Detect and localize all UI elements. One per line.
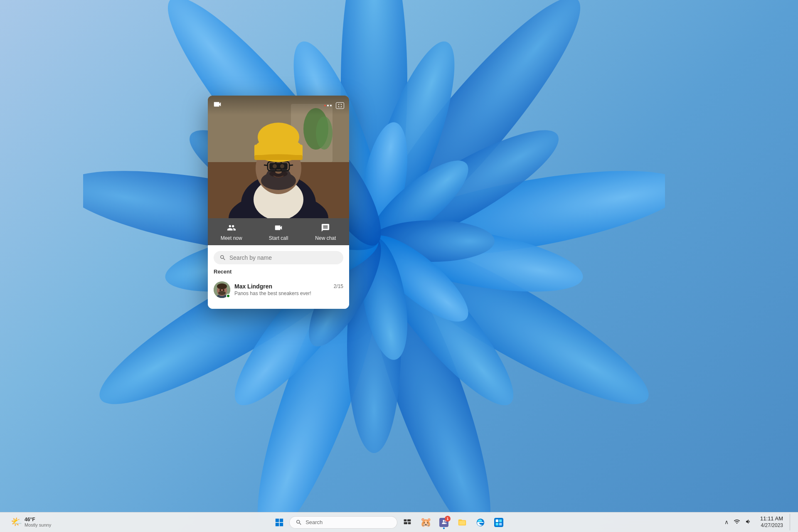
edge-icon (476, 518, 485, 527)
camera-icon (213, 100, 222, 111)
start-call-label: Start call (269, 235, 288, 241)
search-area (208, 245, 349, 268)
svg-point-60 (217, 283, 227, 289)
svg-rect-69 (407, 519, 411, 521)
weather-info: 46°F Mostly sunny (25, 517, 51, 528)
wifi-icon[interactable] (732, 517, 742, 528)
taskbar-search-icon (296, 519, 302, 526)
contact-date: 2/15 (334, 283, 343, 289)
clock-date: 4/27/2023 (760, 522, 783, 529)
svg-rect-64 (276, 518, 279, 522)
recent-label: Recent (214, 268, 343, 275)
contact-info: Max Lindgren 2/15 Panos has the best sne… (234, 283, 343, 296)
volume-icon[interactable] (744, 517, 754, 528)
taskbar-search[interactable]: Search (289, 516, 397, 529)
taskbar-center: Search 🐹 (55, 514, 723, 531)
weather-description: Mostly sunny (25, 522, 51, 528)
weather-temp: 46°F (25, 517, 51, 522)
svg-rect-78 (496, 522, 498, 525)
teams-active-dot (443, 527, 445, 529)
svg-point-61 (218, 291, 226, 295)
taskbar-app-explorer[interactable] (454, 514, 470, 531)
svg-rect-68 (404, 519, 407, 521)
start-call-button[interactable]: Start call (255, 218, 302, 245)
video-area (208, 96, 349, 218)
weather-icon: 🌤️ (11, 517, 22, 527)
clock-time: 11:11 AM (760, 515, 783, 522)
svg-rect-67 (280, 522, 283, 526)
new-chat-label: New chat (315, 235, 336, 241)
svg-rect-70 (404, 522, 407, 524)
taskbar-app-edge[interactable] (472, 514, 489, 531)
video-overlay (208, 96, 349, 115)
windows-logo-icon (275, 518, 283, 527)
taskbar-app-teams[interactable]: 1 (436, 514, 452, 531)
show-hidden-icons[interactable]: ∧ (723, 517, 730, 527)
taskbar-left: 🌤️ 46°F Mostly sunny (7, 515, 55, 530)
svg-rect-71 (408, 522, 411, 524)
svg-rect-79 (499, 522, 502, 525)
more-options-icon[interactable] (324, 105, 332, 106)
search-input[interactable] (229, 254, 337, 261)
file-explorer-icon (458, 518, 467, 527)
meet-now-icon (227, 223, 236, 234)
contact-item[interactable]: Max Lindgren 2/15 Panos has the best sne… (214, 279, 343, 300)
contact-name-row: Max Lindgren 2/15 (234, 283, 343, 290)
start-button[interactable] (271, 514, 288, 531)
taskbar-right: ∧ 11:11 AM 4/27/2023 (723, 514, 791, 530)
new-chat-icon (321, 223, 330, 234)
svg-line-47 (289, 165, 293, 165)
teams-popup: Meet now Start call New chat (208, 96, 349, 309)
search-box[interactable] (214, 251, 343, 264)
svg-rect-77 (499, 519, 502, 522)
meet-now-button[interactable]: Meet now (208, 218, 255, 245)
taskbar: 🌤️ 46°F Mostly sunny (0, 512, 798, 532)
wallpaper (83, 0, 665, 520)
svg-point-55 (255, 154, 302, 160)
svg-point-63 (223, 289, 224, 291)
system-tray: ∧ (723, 517, 754, 528)
svg-rect-75 (494, 518, 503, 527)
meet-now-label: Meet now (221, 235, 242, 241)
taskview-icon (403, 518, 411, 527)
taskbar-search-text: Search (305, 519, 323, 525)
svg-rect-65 (280, 518, 283, 522)
custom-app-icon: 🐹 (420, 517, 431, 528)
start-call-icon (274, 223, 283, 234)
show-desktop-button[interactable] (790, 514, 791, 530)
action-bar: Meet now Start call New chat (208, 218, 349, 245)
store-icon (494, 518, 503, 527)
svg-line-46 (264, 165, 268, 165)
contact-name: Max Lindgren (234, 283, 272, 290)
search-icon (219, 254, 226, 261)
svg-point-49 (273, 164, 277, 168)
new-chat-button[interactable]: New chat (302, 218, 349, 245)
svg-point-31 (316, 116, 332, 150)
svg-point-62 (219, 289, 221, 291)
contact-message: Panos has the best sneakers ever! (234, 291, 343, 296)
video-controls-right (324, 102, 344, 109)
teams-badge: 1 (445, 516, 451, 522)
svg-rect-66 (276, 522, 279, 526)
taskbar-app-store[interactable] (490, 514, 507, 531)
svg-rect-76 (496, 519, 498, 522)
taskbar-app-custom[interactable]: 🐹 (417, 514, 434, 531)
contact-avatar-wrapper (214, 281, 230, 298)
svg-point-54 (258, 123, 299, 152)
expand-icon[interactable] (336, 102, 344, 109)
svg-point-50 (280, 164, 284, 168)
desktop: Meet now Start call New chat (0, 0, 798, 532)
online-status (226, 294, 230, 298)
weather-widget[interactable]: 🌤️ 46°F Mostly sunny (7, 515, 55, 530)
clock-area[interactable]: 11:11 AM 4/27/2023 (757, 514, 786, 530)
taskbar-app-taskview[interactable] (399, 514, 416, 531)
recent-section: Recent (208, 268, 349, 309)
